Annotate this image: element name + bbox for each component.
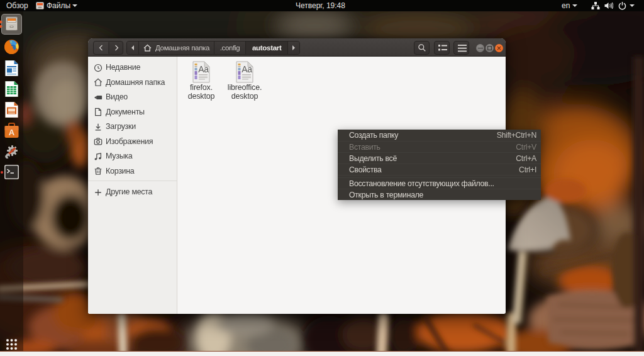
svg-text:A: A: [9, 128, 15, 137]
svg-text:Aa: Aa: [198, 64, 209, 74]
svg-text:Aa: Aa: [242, 64, 252, 74]
